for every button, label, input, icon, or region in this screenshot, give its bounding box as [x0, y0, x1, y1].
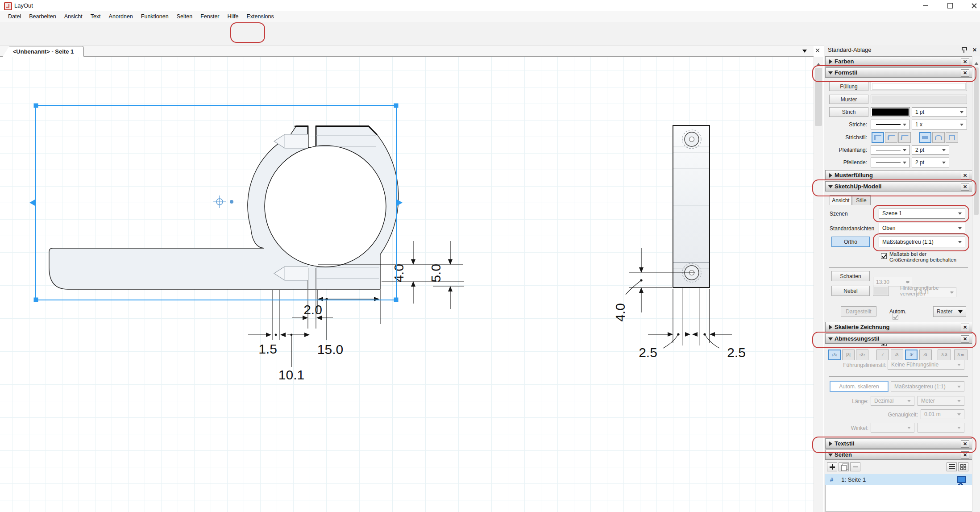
- massstab-dropdown[interactable]: Maßstabsgetreu (1:1): [879, 237, 965, 247]
- panel-header-skalierte-zeichnung[interactable]: Skalierte Zeichnung ✕: [825, 322, 972, 332]
- panel-header-sketchup-modell[interactable]: SketchUp-Modell ✕: [825, 181, 972, 191]
- stroke-color-swatch[interactable]: [871, 107, 910, 117]
- menu-bearbeiten[interactable]: Bearbeiten: [25, 11, 60, 22]
- list-view-button[interactable]: [947, 462, 957, 471]
- tray-scroll-up-arrow-icon[interactable]: [974, 60, 979, 65]
- dim-units-shown-button[interactable]: 3 m: [954, 350, 968, 360]
- spinner-arrows-icon[interactable]: [950, 289, 955, 296]
- panel-header-musterfuellung[interactable]: Musterfüllung ✕: [825, 170, 972, 180]
- menu-anordnen[interactable]: Anordnen: [105, 11, 137, 22]
- laenge-unit-dropdown[interactable]: Meter: [918, 396, 964, 406]
- menu-ansicht[interactable]: Ansicht: [60, 11, 87, 22]
- maximize-button[interactable]: [940, 0, 960, 11]
- panel-header-abmessungsstil[interactable]: Abmessungsstil ✕: [825, 333, 972, 344]
- cap-square-button[interactable]: [946, 132, 958, 143]
- pattern-swatch[interactable]: [871, 95, 967, 104]
- arrow-start-size-dropdown[interactable]: 2 pt: [912, 145, 949, 155]
- panel-close-button[interactable]: ✕: [961, 335, 969, 343]
- arrow-end-size-dropdown[interactable]: 2 pt: [912, 158, 949, 167]
- tab-stile[interactable]: Stile: [852, 195, 871, 205]
- nebel-button[interactable]: Nebel: [831, 286, 870, 296]
- minimize-button[interactable]: [915, 0, 935, 11]
- dim-align-3-button[interactable]: 3∕: [905, 350, 918, 360]
- panel-header-farben[interactable]: Farben ✕: [825, 56, 972, 67]
- duplicate-page-button[interactable]: [839, 462, 849, 471]
- dashes-dropdown[interactable]: [871, 120, 910, 129]
- dargestellt-button[interactable]: Dargestellt: [841, 306, 876, 316]
- panel-header-textstil[interactable]: Textstil ✕: [825, 438, 972, 449]
- pin-icon[interactable]: [962, 47, 967, 53]
- abm-massstab-dropdown[interactable]: Maßstabsgetreu (1:1): [891, 381, 964, 391]
- menu-fenster[interactable]: Fenster: [196, 11, 223, 22]
- dim-units-hidden-button[interactable]: 3-3: [938, 350, 951, 360]
- tab-ansicht[interactable]: Ansicht: [830, 195, 852, 205]
- drawing-canvas[interactable]: 4.0 5.0 15.0 2.0 1.5 10.1: [0, 57, 814, 512]
- genauigkeit-dropdown[interactable]: 0.01 m: [921, 409, 964, 419]
- close-button[interactable]: [964, 0, 980, 11]
- raster-button[interactable]: Raster: [933, 306, 966, 317]
- document-tab[interactable]: <Unbenannt> - Seite 1: [3, 46, 84, 57]
- laenge-format-dropdown[interactable]: Dezimal: [871, 396, 914, 406]
- cap-flat-button[interactable]: [919, 132, 931, 143]
- menu-extensions[interactable]: Extensions: [243, 11, 278, 22]
- arrow-end-dropdown[interactable]: [871, 158, 910, 167]
- tray-close-button[interactable]: ✕: [972, 47, 978, 53]
- panel-close-button[interactable]: ✕: [961, 58, 969, 66]
- autom-skalieren-button[interactable]: Autom. skalieren: [830, 381, 889, 392]
- panel-close-button[interactable]: ✕: [961, 440, 969, 448]
- dashes-scale-dropdown[interactable]: 1 x: [912, 120, 967, 129]
- spinner-arrows-icon[interactable]: [905, 279, 910, 286]
- dim-text-center-button[interactable]: |3|: [842, 350, 855, 360]
- tab-list-dropdown-arrow[interactable]: [802, 50, 807, 55]
- selection-handle-top-right[interactable]: [394, 104, 399, 108]
- delete-page-button[interactable]: [850, 462, 860, 471]
- panel-close-button[interactable]: ✕: [961, 451, 969, 459]
- nebel-color-swatch[interactable]: [873, 286, 889, 296]
- selection-handle-bottom-right[interactable]: [394, 298, 399, 302]
- selection-handle-right-arrow[interactable]: [396, 199, 403, 206]
- tray-scrollbar[interactable]: [972, 56, 980, 512]
- fill-button[interactable]: Füllung: [829, 82, 868, 91]
- page-list-item[interactable]: # 1: Seite 1: [825, 474, 972, 485]
- winkel-format-dropdown[interactable]: [871, 423, 914, 433]
- panel-header-formstil[interactable]: Formstil ✕: [825, 67, 972, 78]
- panel-close-button[interactable]: ✕: [961, 183, 969, 191]
- fuehrungslinienstil-dropdown[interactable]: Keine Führungslinie: [888, 360, 964, 370]
- panel-close-button[interactable]: ✕: [961, 69, 969, 77]
- stroke-button[interactable]: Strich: [829, 107, 868, 117]
- dim-text-above-button[interactable]: ↑3↑: [856, 350, 868, 360]
- canvas-scroll-up-arrow-icon[interactable]: [816, 61, 821, 66]
- winkel-unit-dropdown[interactable]: [918, 423, 964, 433]
- canvas-scrollbar-thumb[interactable]: [815, 68, 822, 126]
- panel-header-seiten[interactable]: Seiten ✕: [825, 450, 972, 460]
- pattern-button[interactable]: Muster: [829, 95, 868, 104]
- corner-miter-button[interactable]: [872, 132, 884, 143]
- grid-view-button[interactable]: [958, 462, 968, 471]
- dim-align-1-button[interactable]: ∕: [876, 350, 889, 360]
- selection-handle-left-arrow[interactable]: [29, 199, 36, 206]
- add-page-button-tray[interactable]: [827, 462, 837, 471]
- dim-align-4-button[interactable]: ∕3: [919, 350, 932, 360]
- fill-color-swatch[interactable]: [871, 82, 967, 91]
- menu-text[interactable]: Text: [87, 11, 105, 22]
- cap-round-button[interactable]: [932, 132, 945, 143]
- schatten-button[interactable]: Schatten: [831, 271, 870, 281]
- selection-handle-top-left[interactable]: [34, 104, 38, 108]
- tray-scrollbar-thumb[interactable]: [974, 67, 979, 215]
- szenen-dropdown[interactable]: Szene 1: [879, 208, 965, 219]
- selection-handle-bottom-left[interactable]: [34, 298, 38, 302]
- massstab-checkbox[interactable]: [881, 253, 887, 259]
- arrow-start-dropdown[interactable]: [871, 145, 910, 155]
- tab-close-button[interactable]: [814, 47, 821, 54]
- corner-bevel-button[interactable]: [898, 132, 911, 143]
- dim-align-2-button[interactable]: ∕3: [891, 350, 903, 360]
- standardansichten-dropdown[interactable]: Oben: [879, 223, 965, 233]
- ortho-button[interactable]: Ortho: [831, 237, 870, 247]
- menu-funktionen[interactable]: Funktionen: [137, 11, 173, 22]
- menu-hilfe[interactable]: Hilfe: [224, 11, 243, 22]
- panel-close-button[interactable]: ✕: [961, 324, 969, 331]
- corner-round-button[interactable]: [885, 132, 897, 143]
- menu-seiten[interactable]: Seiten: [173, 11, 196, 22]
- stroke-width-dropdown[interactable]: 1 pt: [912, 107, 967, 117]
- panel-close-button[interactable]: ✕: [961, 172, 969, 179]
